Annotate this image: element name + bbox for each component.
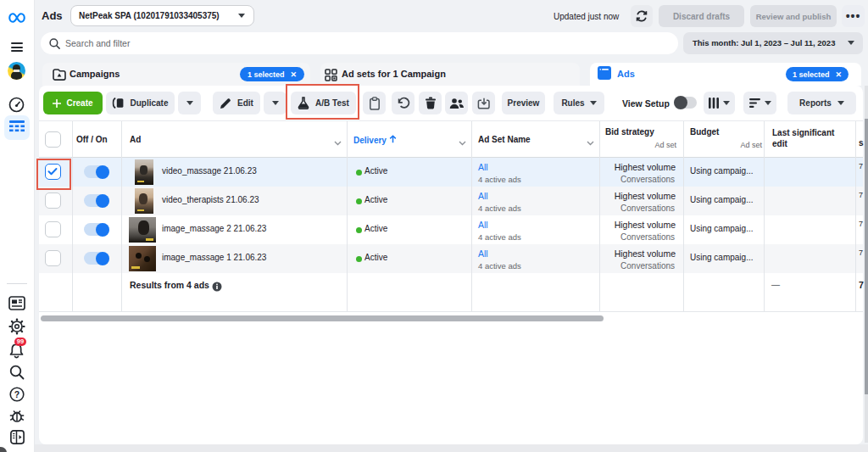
svg-text:?: ? (14, 389, 19, 399)
